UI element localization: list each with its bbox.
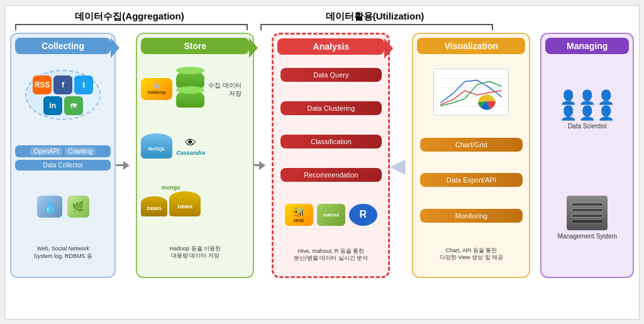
recommendation-item: Recommendation: [280, 168, 382, 182]
utilization-bracket: [260, 24, 493, 30]
person-icon-3: 👤: [597, 91, 614, 104]
db-cylinder-2: [176, 90, 204, 108]
dbms-group: mongo DBMS DBMS: [141, 184, 201, 216]
person-icon-4: 👤: [560, 106, 577, 120]
map-icon: 🗺: [64, 96, 83, 115]
analysis-header: Analysis: [277, 38, 384, 55]
twitter-icon: t: [74, 75, 93, 94]
collecting-header: Collecting: [15, 38, 111, 54]
analysis-tools: 🐝HIVE mahout R: [285, 204, 377, 226]
crawling-button[interactable]: Crawling: [65, 147, 96, 155]
flow-area: Collecting RSS f t in 🗺 OpenAPI Crawling: [10, 33, 634, 278]
data-export-item: Data Export/API: [420, 173, 523, 187]
r-icon: R: [349, 204, 377, 226]
visualization-header: Visualization: [417, 38, 525, 54]
arrow-1: [116, 53, 130, 278]
plant-icon: 🌿: [67, 196, 89, 218]
collecting-title: Collecting: [42, 41, 84, 51]
back-arrow-container: ◀: [390, 53, 406, 278]
store-panel: Store 🐘 hadoop: [136, 33, 254, 278]
scientist-label: Data Scientist: [568, 123, 607, 130]
api-crawling-row: OpenAPI Crawling: [15, 145, 111, 157]
nosql-cylinder: NoSQL: [141, 133, 172, 159]
collecting-bottom-text: Web, Social NetworkSystem log, RDBMS 등: [33, 245, 92, 260]
analysis-content: Data Query Data Clustering Classificatio…: [277, 59, 384, 272]
classification-item: Classification: [280, 135, 382, 148]
store-content: 🐘 hadoop 수집 데이터저장: [141, 58, 249, 273]
utilization-label: 데이터활용(Utilization): [258, 11, 491, 23]
managing-header: Managing: [545, 38, 629, 54]
hadoop-logo: 🐘 hadoop: [141, 78, 172, 100]
managing-title: Managing: [567, 41, 608, 51]
store-header: Store: [141, 38, 249, 54]
data-query-item: Data Query: [280, 68, 382, 82]
visualization-panel: Visualization: [412, 33, 530, 278]
person-icon-2: 👤: [579, 91, 596, 104]
person-icon-1: 👤: [560, 91, 577, 104]
eye-icon: 👁: [185, 137, 196, 150]
analysis-title: Analysis: [313, 42, 350, 52]
back-arrow-icon: ◀: [390, 155, 406, 176]
store-bottom-text: Hadoop 등을 이용한대용량 데이터 저장: [170, 245, 221, 260]
mahout-icon: mahout: [317, 204, 345, 226]
chart-grid-item: Chart/Grid: [420, 138, 523, 152]
managing-content: 👤 👤 👤 👤 👤 👤 Data Scientist: [545, 58, 629, 273]
dbms-section: mongo DBMS DBMS: [141, 184, 249, 216]
data-clustering-item: Data Clustering: [280, 101, 382, 115]
api-buttons: OpenAPI Crawling Data Collector: [15, 145, 111, 170]
aggregation-label: 데이터수집(Aggregation): [13, 11, 246, 23]
hive-icon: 🐝HIVE: [285, 204, 313, 226]
monitoring-item: Monitoring: [420, 209, 523, 223]
analysis-panel: Analysis Data Query Data Clustering Clas…: [272, 33, 390, 278]
cassandra-label: Cassandra: [176, 150, 205, 156]
mongo-label: mongo: [162, 184, 180, 191]
data-scientist-section: 👤 👤 👤 👤 👤 👤 Data Scientist: [553, 91, 622, 130]
facebook-icon: f: [53, 75, 72, 94]
collecting-icons-row: 💧 🌿: [37, 196, 89, 218]
system-label: Management System: [557, 233, 617, 240]
management-system-section: Management System: [557, 196, 617, 240]
person-icon-6: 👤: [597, 106, 614, 120]
visualization-bottom-text: Chart, API 등을 통한다양한 View 생성 및 제공: [440, 247, 503, 262]
collecting-content: RSS f t in 🗺 OpenAPI Crawling Data Colle…: [15, 58, 111, 273]
dbms-cylinder-2: DBMS: [169, 191, 201, 216]
chart-preview: [433, 69, 509, 116]
hadoop-section: 🐘 hadoop 수집 데이터저장: [141, 70, 249, 108]
arrow-2: [254, 53, 265, 278]
db-cylinder-1: [176, 70, 204, 88]
linkedin-icon: in: [43, 96, 62, 115]
data-collector-button[interactable]: Data Collector: [15, 160, 111, 170]
visualization-title: Visualization: [445, 41, 498, 51]
openapi-button[interactable]: OpenAPI: [30, 147, 62, 155]
rss-icon: RSS: [33, 75, 52, 94]
main-container: 데이터수집(Aggregation) 데이터활용(Utilization) Co…: [4, 5, 640, 320]
visualization-content: Chart/Grid Data Export/API Monitoring Ch…: [417, 58, 525, 273]
social-cloud: RSS f t in 🗺: [25, 70, 101, 120]
analysis-bottom-text: Hive, mahout, R 등을 통한분산/병렬 데이터 실시간 분석: [294, 248, 368, 262]
person-icon-5: 👤: [579, 106, 596, 120]
collecting-panel: Collecting RSS f t in 🗺 OpenAPI Crawling: [10, 33, 116, 278]
dbms-cylinder-1: DBMS: [141, 196, 167, 216]
nosql-section: NoSQL 👁 Cassandra: [141, 133, 249, 159]
people-group: 👤 👤 👤 👤 👤 👤: [553, 91, 622, 120]
store-collection-text: 수집 데이터저장: [208, 81, 242, 98]
managing-panel: Managing 👤 👤 👤 👤 👤 👤 Data Scientist: [540, 33, 634, 278]
store-title: Store: [184, 41, 206, 51]
flume-icon: 💧: [37, 196, 62, 218]
server-icon: [567, 196, 608, 230]
aggregation-bracket: [15, 24, 248, 30]
